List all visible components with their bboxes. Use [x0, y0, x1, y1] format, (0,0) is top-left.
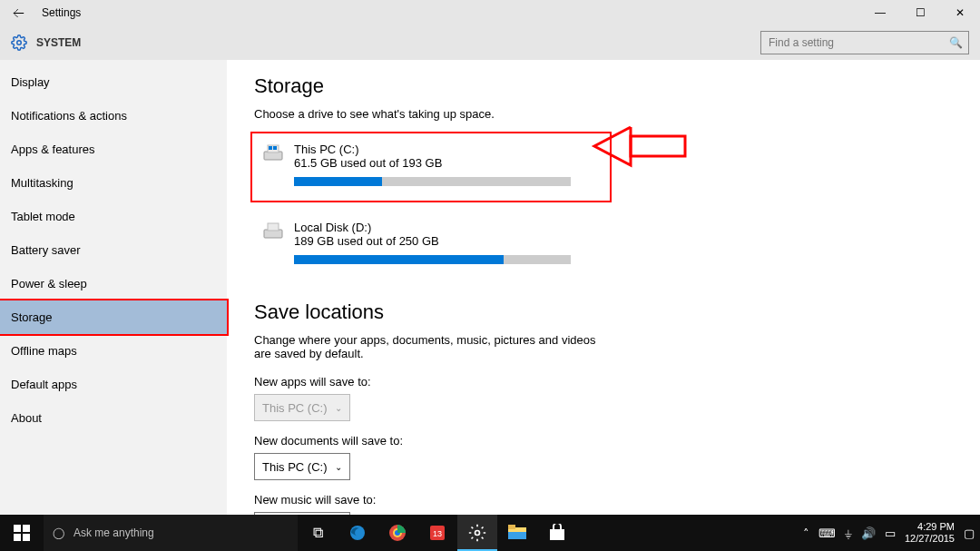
- svg-point-19: [475, 531, 480, 536]
- save-locations-sub: Change where your apps, documents, music…: [254, 333, 599, 360]
- sidebar-item-notifications-actions[interactable]: Notifications & actions: [0, 99, 227, 133]
- settings-body: DisplayNotifications & actionsApps & fea…: [0, 60, 980, 515]
- sidebar-item-label: About: [11, 411, 42, 425]
- drive-card[interactable]: This PC (C:)61.5 GB used out of 193 GB: [254, 135, 608, 199]
- tray-battery-icon[interactable]: ▭: [885, 526, 896, 540]
- sidebar-item-label: Power & sleep: [11, 277, 87, 290]
- edge-icon: [348, 524, 367, 542]
- drive-icon: [263, 221, 283, 243]
- drive-progress-bar: [294, 177, 571, 186]
- taskbar: ◯ Ask me anything ⧉ 13 ˄ ⌨ ⏚ 🔊 ▭ 4:29 PM…: [0, 515, 980, 551]
- start-button[interactable]: [0, 515, 44, 551]
- svg-rect-3: [269, 146, 272, 150]
- cortana-search[interactable]: ◯ Ask me anything: [44, 515, 298, 551]
- svg-rect-22: [508, 532, 526, 539]
- settings-icon: [468, 524, 486, 542]
- svg-rect-9: [14, 525, 21, 532]
- svg-rect-6: [268, 223, 279, 231]
- sidebar-item-label: Multitasking: [11, 176, 74, 190]
- svg-rect-12: [23, 534, 30, 541]
- page-title: Storage: [254, 74, 953, 98]
- sidebar-item-about[interactable]: About: [0, 401, 227, 435]
- sidebar-item-label: Battery saver: [11, 243, 81, 257]
- tray-clock[interactable]: 4:29 PM 12/27/2015: [905, 521, 955, 545]
- tray-network-icon[interactable]: ⏚: [845, 526, 852, 540]
- explorer-icon: [508, 525, 526, 541]
- search-input[interactable]: [767, 35, 949, 50]
- sidebar-item-label: Default apps: [11, 378, 77, 391]
- dropdown-value: This PC (C:): [262, 460, 328, 474]
- drive-name: This PC (C:): [294, 143, 599, 156]
- dropdown-value: This PC (C:): [262, 401, 328, 415]
- sidebar-item-label: Notifications & actions: [11, 109, 127, 123]
- calendar-icon: 13: [428, 524, 446, 542]
- sidebar-item-label: Apps & features: [11, 143, 95, 156]
- taskbar-edge[interactable]: [338, 515, 377, 551]
- drive-card[interactable]: Local Disk (D:)189 GB used out of 250 GB: [254, 213, 608, 277]
- minimize-button[interactable]: —: [860, 0, 900, 25]
- drive-icon: [263, 143, 283, 165]
- settings-search[interactable]: 🔍: [760, 31, 969, 54]
- tray-time: 4:29 PM: [905, 521, 955, 533]
- tray-notifications-icon[interactable]: ▢: [964, 526, 975, 540]
- svg-rect-4: [273, 146, 277, 150]
- tray-input-icon[interactable]: ⌨: [818, 526, 836, 540]
- sidebar-item-label: Display: [11, 75, 50, 89]
- save-row-label: New music will save to:: [254, 493, 953, 507]
- tray-volume-icon[interactable]: 🔊: [861, 526, 876, 540]
- search-icon: 🔍: [949, 36, 963, 49]
- save-location-dropdown[interactable]: This PC (C:)⌄: [254, 453, 350, 480]
- svg-rect-11: [14, 534, 21, 541]
- section-title: SYSTEM: [36, 36, 81, 49]
- chevron-down-icon: ⌄: [335, 462, 342, 472]
- taskbar-explorer[interactable]: [497, 515, 537, 551]
- sidebar-item-label: Tablet mode: [11, 210, 75, 223]
- save-location-dropdown: This PC (C:)⌄: [254, 394, 350, 421]
- settings-header: SYSTEM 🔍: [0, 25, 980, 60]
- tray-chevron-up-icon[interactable]: ˄: [803, 526, 809, 540]
- taskbar-settings[interactable]: [457, 515, 497, 551]
- sidebar-item-battery-saver[interactable]: Battery saver: [0, 233, 227, 267]
- windows-logo-icon: [14, 525, 30, 541]
- svg-rect-23: [550, 529, 564, 540]
- sidebar-item-multitasking[interactable]: Multitasking: [0, 166, 227, 200]
- sidebar-item-label: Storage: [11, 310, 53, 324]
- chevron-down-icon: ⌄: [335, 403, 342, 413]
- sidebar-item-storage[interactable]: Storage: [0, 300, 227, 334]
- sidebar-item-default-apps[interactable]: Default apps: [0, 368, 227, 401]
- drive-progress-fill: [294, 177, 382, 186]
- task-view-icon: ⧉: [313, 525, 323, 541]
- taskbar-chrome[interactable]: [377, 515, 417, 551]
- drive-progress-bar: [294, 255, 571, 264]
- sidebar-item-power-sleep[interactable]: Power & sleep: [0, 267, 227, 300]
- store-icon: [548, 524, 566, 542]
- drive-usage: 189 GB used out of 250 GB: [294, 234, 599, 248]
- sidebar-item-apps-features[interactable]: Apps & features: [0, 133, 227, 166]
- cortana-icon: ◯: [53, 526, 64, 539]
- taskbar-store[interactable]: [537, 515, 577, 551]
- sidebar-item-offline-maps[interactable]: Offline maps: [0, 334, 227, 368]
- storage-subtext: Choose a drive to see what's taking up s…: [254, 107, 953, 121]
- svg-text:13: 13: [433, 529, 442, 538]
- drive-name: Local Disk (D:): [294, 221, 599, 234]
- close-button[interactable]: ✕: [940, 0, 980, 25]
- sidebar-item-tablet-mode[interactable]: Tablet mode: [0, 200, 227, 233]
- taskbar-app-red[interactable]: 13: [417, 515, 457, 551]
- back-button[interactable]: 🡠: [0, 6, 36, 20]
- settings-window: 🡠 Settings — ☐ ✕ SYSTEM 🔍 DisplayNotific…: [0, 0, 980, 515]
- sidebar-item-display[interactable]: Display: [0, 65, 227, 99]
- chrome-icon: [388, 524, 407, 542]
- task-view-button[interactable]: ⧉: [298, 515, 338, 551]
- save-row-label: New apps will save to:: [254, 375, 953, 389]
- save-locations-title: Save locations: [254, 300, 953, 324]
- cortana-placeholder: Ask me anything: [74, 526, 154, 539]
- window-controls: — ☐ ✕: [860, 0, 980, 25]
- gear-icon: [11, 34, 27, 51]
- tray-date: 12/27/2015: [905, 533, 955, 545]
- maximize-button[interactable]: ☐: [900, 0, 940, 25]
- save-rows: New apps will save to:This PC (C:)⌄New d…: [254, 375, 953, 515]
- titlebar: 🡠 Settings — ☐ ✕: [0, 0, 980, 25]
- svg-rect-21: [508, 525, 515, 529]
- sidebar: DisplayNotifications & actionsApps & fea…: [0, 60, 227, 515]
- sidebar-item-label: Offline maps: [11, 344, 77, 358]
